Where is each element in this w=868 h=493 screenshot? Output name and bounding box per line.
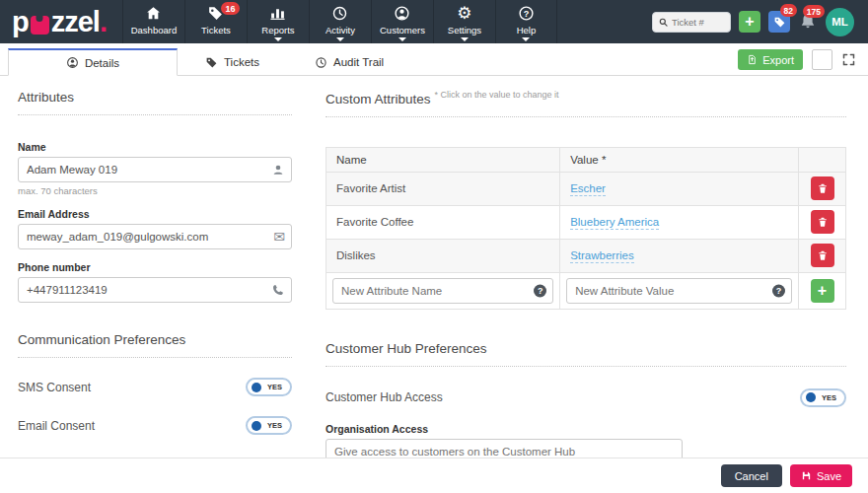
tab-details[interactable]: Details	[8, 48, 178, 76]
history-clock-icon	[331, 5, 348, 23]
tab-tickets[interactable]: Tickets	[178, 48, 287, 76]
email-label: Email Address	[18, 208, 292, 220]
custom-attributes-table: Name Value * Favorite Artist Escher Favo…	[326, 147, 846, 310]
my-tickets-badge: 82	[780, 4, 797, 17]
email-consent-toggle[interactable]: YES	[246, 416, 292, 435]
custom-attributes-title-text: Custom Attributes	[326, 92, 431, 106]
sms-consent-toggle[interactable]: YES	[246, 378, 292, 396]
chevron-down-icon	[461, 37, 469, 41]
tab-audit-trail[interactable]: Audit Trail	[287, 48, 411, 76]
custom-attributes-column: Custom Attributes* Click on the value to…	[326, 90, 846, 458]
details-panel: Attributes Name max. 70 characters Email…	[0, 76, 868, 458]
export-label: Export	[762, 54, 794, 66]
help-tooltip-icon[interactable]: ?	[772, 284, 785, 297]
search-icon	[658, 17, 669, 28]
nav-label: Help	[517, 25, 537, 35]
question-circle-icon: ?	[518, 5, 535, 23]
tickets-count-badge: 16	[221, 2, 240, 15]
chevron-down-icon	[274, 37, 282, 41]
name-hint: max. 70 characters	[18, 185, 292, 196]
attribute-value-link[interactable]: Bluebery America	[570, 216, 659, 230]
add-attribute-button[interactable]: +	[811, 279, 834, 303]
nav-item-tickets[interactable]: 16 Tickets	[184, 0, 247, 43]
column-header-value: Value *	[560, 147, 799, 172]
tag-icon	[205, 56, 218, 69]
puzzel-app: pzzel. Dashboard 16 Tickets	[0, 0, 868, 493]
email-consent-label: Email Consent	[18, 419, 95, 433]
save-label: Save	[817, 470, 841, 482]
nav-item-settings[interactable]: ⚙ Settings	[433, 0, 495, 43]
chevron-down-icon	[336, 37, 344, 41]
delete-attribute-button[interactable]	[811, 210, 834, 234]
ticket-search[interactable]	[652, 12, 731, 33]
nav-item-help[interactable]: ? Help	[495, 0, 557, 43]
table-header-row: Name Value *	[326, 147, 846, 172]
phone-field[interactable]	[18, 277, 292, 303]
envelope-icon: ✉	[273, 230, 285, 244]
logo-text-pre: p	[12, 6, 29, 38]
name-field[interactable]	[18, 157, 292, 182]
help-tooltip-icon[interactable]: ?	[534, 284, 546, 297]
organisation-access-label: Organisation Access	[326, 423, 846, 435]
trash-icon	[817, 216, 829, 228]
tag-icon	[773, 16, 786, 29]
column-header-name: Name	[326, 147, 560, 172]
toggle-dot	[806, 392, 816, 402]
toggle-dot	[252, 421, 261, 431]
customer-hub-section-title: Customer Hub Preferences	[326, 341, 846, 367]
user-avatar[interactable]: ML	[826, 8, 854, 36]
nav-label: Activity	[326, 25, 355, 35]
tab-label: Details	[85, 57, 119, 69]
blank-toggle-button[interactable]	[812, 49, 832, 70]
logo-text-post: zzel	[51, 6, 100, 38]
nav-item-customers[interactable]: Customers	[371, 0, 433, 43]
custom-attributes-section-title: Custom Attributes* Click on the value to…	[326, 90, 846, 117]
email-field[interactable]	[18, 224, 292, 249]
fullscreen-expand-icon[interactable]	[841, 52, 856, 67]
my-tickets-button[interactable]: 82	[768, 11, 790, 33]
attribute-name-cell: Favorite Artist	[326, 172, 560, 205]
sms-consent-label: SMS Consent	[18, 381, 91, 394]
svg-text:?: ?	[524, 9, 530, 19]
table-row: Favorite Coffee Bluebery America	[326, 205, 846, 239]
gear-icon: ⚙	[457, 5, 471, 23]
export-icon	[747, 54, 758, 65]
organisation-access-input[interactable]	[326, 439, 683, 458]
chevron-down-icon	[398, 37, 406, 41]
user-circle-icon	[66, 56, 79, 69]
toggle-state: YES	[822, 393, 836, 402]
customer-hub-access-toggle[interactable]: YES	[800, 388, 846, 407]
header-right-controls: + 82 175 ML	[652, 0, 868, 43]
nav-item-dashboard[interactable]: Dashboard	[122, 0, 184, 43]
nav-label: Customers	[380, 25, 425, 35]
customer-hub-access-label: Customer Hub Access	[326, 390, 443, 404]
attribute-name-cell: Dislikes	[326, 239, 560, 272]
attribute-name-cell: Favorite Coffee	[326, 205, 560, 239]
nav-label: Reports	[261, 25, 294, 35]
cancel-button[interactable]: Cancel	[721, 464, 782, 487]
delete-attribute-button[interactable]	[811, 244, 834, 267]
user-circle-icon	[394, 5, 410, 23]
attribute-value-link[interactable]: Strawberries	[570, 249, 634, 263]
puzzel-logo[interactable]: pzzel.	[0, 0, 122, 43]
save-button[interactable]: Save	[790, 464, 852, 487]
communication-section-title: Communication Preferences	[18, 332, 292, 358]
toggle-state: YES	[267, 421, 282, 430]
nav-item-activity[interactable]: Activity	[309, 0, 371, 43]
tab-bar: Details Tickets Audit Trail Export	[0, 43, 868, 76]
new-attribute-name-input[interactable]	[332, 278, 553, 304]
export-button[interactable]: Export	[738, 49, 803, 70]
new-attribute-value-input[interactable]	[566, 278, 792, 304]
toggle-state: YES	[267, 383, 282, 391]
trash-icon	[817, 249, 829, 261]
attribute-value-link[interactable]: Escher	[570, 182, 606, 196]
toggle-dot	[252, 383, 261, 392]
nav-item-reports[interactable]: Reports	[247, 0, 309, 43]
new-attribute-row: ? ? +	[326, 272, 846, 309]
ticket-search-input[interactable]	[672, 17, 725, 28]
delete-attribute-button[interactable]	[811, 176, 834, 200]
tab-label: Audit Trail	[333, 56, 384, 68]
add-ticket-button[interactable]: +	[739, 11, 760, 33]
bar-chart-icon	[269, 5, 286, 23]
notifications-button[interactable]: 175	[798, 12, 818, 32]
